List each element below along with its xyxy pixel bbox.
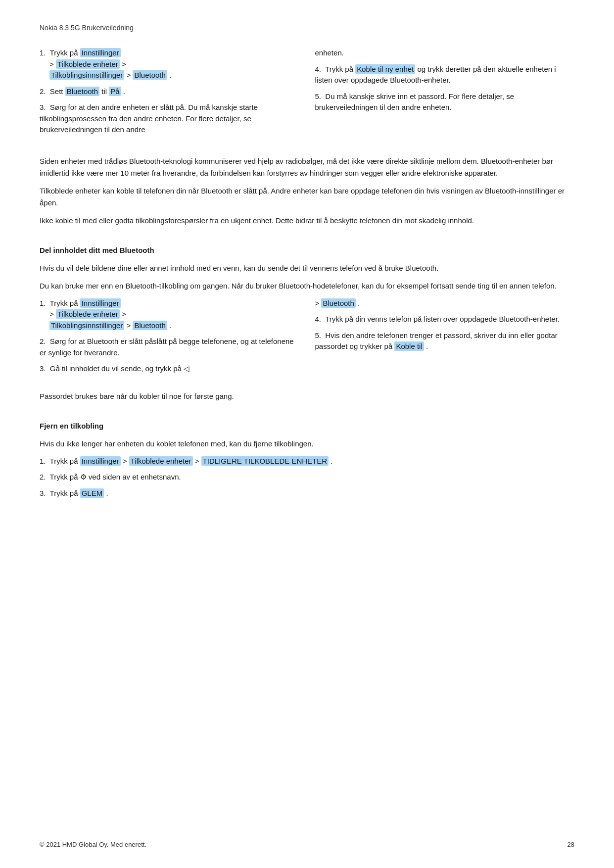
section1-list: 1. Trykk på Innstillinger > Tilkoblede e… — [40, 48, 574, 140]
list-item: 3. Gå til innholdet du vil sende, og try… — [40, 363, 299, 375]
spacer2 — [40, 233, 574, 244]
list-item: 1. Trykk på Innstillinger > Tilkoblede e… — [40, 456, 574, 467]
highlight-tilkoblingsinnstillinger: Tilkoblingsinnstillinger — [49, 70, 124, 80]
section1-right-p4: 4. Trykk på Koble til ny enhet og trykk … — [315, 64, 575, 86]
section3-list: 1. Trykk på Innstillinger > Tilkoblede e… — [40, 456, 574, 499]
list-item: 1. Trykk på Innstillinger > Tilkoblede e… — [40, 298, 299, 332]
highlight-tilkoblede-2: Tilkoblede enheter — [56, 309, 120, 319]
spacer3 — [40, 383, 574, 390]
highlight-bluetooth-2: Bluetooth — [65, 87, 99, 96]
section2-title: Del innholdet ditt med Bluetooth — [40, 244, 574, 256]
list-item: 2. Trykk på ⚙ ved siden av et enhetsnavn… — [40, 472, 574, 483]
highlight-koble-til-2: Koble til — [394, 341, 424, 351]
para4: Hvis du vil dele bildene dine eller anne… — [40, 262, 574, 274]
highlight-koble-til-ny: Koble til ny enhet — [355, 64, 415, 74]
highlight-innstillinger: Innstillinger — [80, 48, 121, 57]
section2-right-p1: > Bluetooth . — [315, 298, 575, 309]
highlight-innstillinger-3: Innstillinger — [80, 456, 121, 466]
highlight-tilkoblede-enheter: Tilkoblede enheter — [56, 59, 120, 69]
section2-right-p4: 4. Trykk på din venns telefon på listen … — [315, 314, 575, 325]
spacer4 — [40, 408, 574, 420]
highlight-glem: GLEM — [80, 488, 104, 498]
section3-title: Fjern en tilkobling — [40, 420, 574, 432]
section2-col-right: > Bluetooth . 4. Trykk på din venns tele… — [315, 298, 575, 379]
highlight-tilkobl-2: Tilkoblingsinnstillinger — [49, 321, 124, 330]
highlight-paa: På — [109, 87, 121, 96]
para6: Passordet brukes bare når du kobler til … — [40, 390, 574, 402]
highlight-tilkoblede-3: Tilkoblede enheter — [129, 456, 193, 466]
section2-right-p5: 5. Hvis den andre telefonen trenger et p… — [315, 330, 575, 352]
list-item: 3. Trykk på GLEM . — [40, 488, 574, 499]
list-item: 1. Trykk på Innstillinger > Tilkoblede e… — [40, 48, 299, 81]
para1: Siden enheter med trådløs Bluetooth-tekn… — [40, 155, 574, 179]
section2-col-left: 1. Trykk på Innstillinger > Tilkoblede e… — [40, 298, 299, 379]
list-item: 2. Sett Bluetooth til På . — [40, 86, 299, 97]
header-title: Nokia 8.3 5G Brukerveiledning — [40, 24, 134, 32]
page-footer: © 2021 HMD Global Oy. Med enerett. 28 — [40, 841, 574, 848]
list-item: 3. Sørg for at den andre enheten er slåt… — [40, 102, 299, 136]
footer-copyright: © 2021 HMD Global Oy. Med enerett. — [40, 841, 146, 848]
page-header: Nokia 8.3 5G Brukerveiledning — [40, 24, 574, 32]
highlight-innstillinger-2: Innstillinger — [80, 298, 121, 308]
highlight-bluetooth-4: Bluetooth — [321, 298, 355, 308]
highlight-bluetooth-1: Bluetooth — [133, 70, 167, 80]
list-item: 2. Sørg for at Bluetooth er slått påslåt… — [40, 336, 299, 358]
section2-list: 1. Trykk på Innstillinger > Tilkoblede e… — [40, 298, 574, 379]
section1-col-right: enheten. 4. Trykk på Koble til ny enhet … — [315, 48, 575, 140]
section1-col-left: 1. Trykk på Innstillinger > Tilkoblede e… — [40, 48, 299, 140]
highlight-tidligere: TIDLIGERE TILKOBLEDE ENHETER — [201, 456, 329, 466]
highlight-bluetooth-3: Bluetooth — [133, 321, 167, 330]
para2: Tilkoblede enheter kan koble til telefon… — [40, 185, 574, 209]
section1-right-p1: enheten. — [315, 48, 575, 59]
para7: Hvis du ikke lenger har enheten du koble… — [40, 438, 574, 450]
para5: Du kan bruke mer enn en Bluetooth-tilkob… — [40, 280, 574, 292]
section1-right-p5: 5. Du må kanskje skrive inn et passord. … — [315, 91, 575, 113]
spacer1 — [40, 144, 574, 155]
footer-page-number: 28 — [567, 841, 574, 848]
para3: Ikke koble til med eller godta tilkoblin… — [40, 215, 574, 227]
